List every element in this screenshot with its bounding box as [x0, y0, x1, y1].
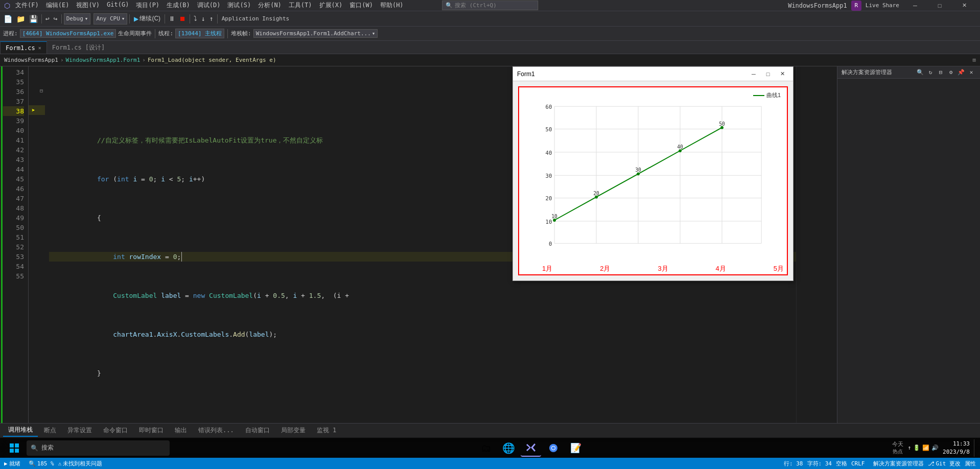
bottom-tab-exceptions[interactable]: 异常设置	[62, 425, 97, 437]
main-content: 34 35 36 37 38 39 40 41 42 43 44 45 46 4…	[0, 66, 980, 423]
bottom-tab-immediate[interactable]: 即时窗口	[134, 425, 169, 437]
step-out-icon[interactable]: ↑	[208, 15, 215, 22]
redo-icon[interactable]: ↪	[52, 15, 59, 22]
app-insights-label[interactable]: Application Insights	[220, 15, 291, 22]
close-btn[interactable]: ✕	[952, 0, 976, 11]
search-box[interactable]: 🔍 搜索 (Ctrl+Q)	[442, 1, 538, 10]
form1-titlebar: Form1 ─ □ ✕	[513, 67, 793, 81]
menu-debug[interactable]: 调试(D)	[194, 0, 224, 11]
bc-method[interactable]: Form1_Load(object sender, EventArgs e)	[148, 57, 276, 63]
live-share-btn[interactable]: Live Share	[866, 2, 899, 9]
form1-window[interactable]: Form1 ─ □ ✕ 曲线1	[512, 66, 794, 281]
new-file-icon[interactable]: 📄	[2, 15, 14, 23]
pause-icon[interactable]: ⏸	[167, 15, 177, 22]
panel-pin-btn[interactable]: 📌	[956, 68, 966, 77]
taskbar-clock[interactable]: 11:33 2023/9/8	[943, 440, 970, 456]
panel-refresh-btn[interactable]: ↻	[926, 68, 935, 77]
menu-edit[interactable]: 编辑(E)	[43, 0, 73, 11]
svg-text:30: 30	[635, 168, 641, 173]
start-button[interactable]	[4, 439, 25, 457]
step-in-icon[interactable]: ↓	[200, 15, 207, 22]
menu-project[interactable]: 项目(P)	[133, 0, 162, 11]
minimize-btn[interactable]: ─	[903, 0, 927, 11]
stop-icon[interactable]: ⏹	[178, 15, 188, 22]
bottom-tab-breakpoints[interactable]: 断点	[39, 425, 61, 437]
form1-maximize-btn[interactable]: □	[761, 69, 775, 79]
panel-search-btn[interactable]: 🔍	[916, 68, 925, 77]
bottom-tab-command[interactable]: 命令窗口	[98, 425, 133, 437]
line-numbers: 34 35 36 37 38 39 40 41 42 43 44 45 46 4…	[3, 66, 29, 423]
menu-build[interactable]: 生成(B)	[164, 0, 193, 11]
panel-collapse-btn[interactable]: ⊟	[936, 68, 945, 77]
x-label-4: 5月	[774, 264, 784, 273]
fold-icon-36[interactable]: ⊟	[40, 88, 43, 93]
open-file-icon[interactable]: 📁	[15, 15, 27, 23]
menu-analyze[interactable]: 分析(N)	[255, 0, 285, 11]
bottom-tab-locals[interactable]: 局部变量	[276, 425, 311, 437]
bc-class[interactable]: WindowsFormsApp1.Form1	[66, 57, 141, 63]
save-icon[interactable]: 💾	[28, 15, 39, 23]
taskbar-news[interactable]: 今天 热点	[892, 440, 903, 455]
menu-test[interactable]: 测试(S)	[224, 0, 254, 11]
menu-file[interactable]: 文件(F)	[12, 0, 42, 11]
datapoint-1	[595, 196, 598, 199]
taskbar-vs-app active[interactable]	[521, 439, 541, 457]
status-git[interactable]: ⎇ Git 更改	[928, 460, 961, 467]
form1-minimize-btn[interactable]: ─	[747, 69, 760, 79]
right-panel: 解决方案资源管理器 🔍 ↻ ⊟ ⚙ 📌 ✕	[837, 66, 980, 423]
tab-close-0[interactable]: ✕	[38, 45, 41, 51]
search-icon: 🔍	[446, 2, 453, 9]
menu-git[interactable]: Git(G)	[104, 0, 132, 11]
menu-bar: 文件(F) 编辑(E) 视图(V) Git(G) 项目(P) 生成(B) 调试(…	[12, 0, 407, 11]
maximize-btn[interactable]: □	[928, 0, 951, 11]
taskbar-edge-app[interactable]: 🌐	[498, 439, 519, 457]
tab-form1cs[interactable]: Form1.cs ✕	[0, 41, 47, 54]
stack-dropdown[interactable]: WindowsFormsApp1.Form1.AddChart... ▾	[253, 29, 378, 38]
bottom-tab-autowindow[interactable]: 自动窗口	[240, 425, 275, 437]
panel-settings-btn[interactable]: ⚙	[946, 68, 955, 77]
bottom-tab-callstack[interactable]: 调用堆栈	[3, 425, 38, 437]
expand-icon[interactable]: ⊞	[972, 57, 976, 63]
menu-help[interactable]: 帮助(H)	[377, 0, 407, 11]
menu-extensions[interactable]: 扩展(X)	[316, 0, 346, 11]
thread-value[interactable]: [13044] 主线程	[175, 29, 224, 38]
svg-text:50: 50	[546, 126, 552, 132]
bottom-tab-errorlist[interactable]: 错误列表...	[193, 425, 239, 437]
status-zoom[interactable]: 🔍 185 %	[29, 460, 54, 467]
git-icon: ⎇	[928, 460, 935, 467]
x-label-0: 1月	[542, 264, 552, 273]
status-panel[interactable]: 解决方案资源管理器	[873, 460, 924, 467]
tab-form1cs-design[interactable]: Form1.cs [设计]	[47, 41, 110, 54]
form1-close-btn[interactable]: ✕	[776, 69, 789, 79]
sep5	[190, 14, 190, 24]
sep2	[61, 14, 62, 24]
git-label: Git 更改	[936, 460, 961, 467]
process-value[interactable]: [4664] WindowsFormsApp1.exe	[20, 29, 116, 38]
bc-file[interactable]: WindowsFormsApp1	[4, 57, 58, 63]
taskbar-chrome-app[interactable]	[543, 439, 564, 457]
step-over-icon[interactable]: ⤵	[192, 15, 199, 22]
editor-breadcrumb: WindowsFormsApp1 › WindowsFormsApp1.Form…	[0, 54, 980, 66]
bottom-tab-output[interactable]: 输出	[170, 425, 192, 437]
taskbar-apps: 🗂 🌐 📝	[172, 439, 890, 457]
bottom-tab-watch1[interactable]: 监视 1	[312, 425, 341, 437]
svg-text:20: 20	[593, 191, 599, 196]
panel-close-btn[interactable]: ✕	[967, 68, 976, 77]
status-properties[interactable]: 属性	[965, 460, 976, 467]
svg-text:30: 30	[546, 173, 552, 179]
undo-icon[interactable]: ↩	[44, 15, 51, 22]
taskbar-explorer-app[interactable]: 🗂	[476, 439, 496, 457]
run-button[interactable]: ▶ 继续(C)	[132, 13, 162, 25]
process-label: 进程:	[3, 30, 18, 37]
cpu-dropdown[interactable]: Any CPU ▾	[94, 13, 127, 25]
status-issues[interactable]: ⚠ 未找到相关问题	[58, 460, 103, 467]
menu-window[interactable]: 窗口(W)	[346, 0, 376, 11]
menu-tools[interactable]: 工具(T)	[286, 0, 315, 11]
menu-view[interactable]: 视图(V)	[73, 0, 103, 11]
debug-config-dropdown[interactable]: Debug ▾	[64, 13, 91, 25]
thread-label: 线程:	[158, 30, 173, 37]
taskbar-notes-app[interactable]: 📝	[566, 439, 586, 457]
datapoint-0	[553, 219, 556, 222]
taskbar-search-box[interactable]: 🔍 搜索	[27, 440, 170, 456]
show-desktop-btn[interactable]	[974, 439, 976, 457]
